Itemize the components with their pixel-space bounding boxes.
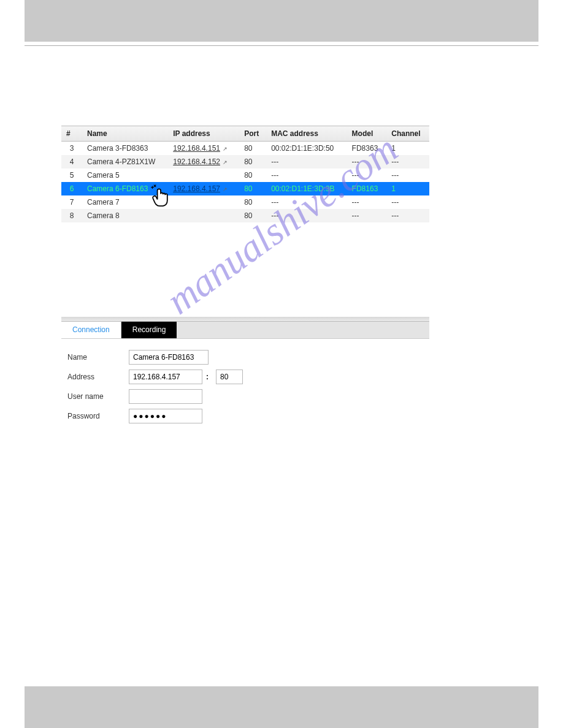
table-header-row: # Name IP address Port MAC address Model… [61, 126, 429, 142]
cell-channel: 1 [386, 142, 429, 156]
cell-channel: --- [386, 209, 429, 222]
table-row[interactable]: 6Camera 6-FD8163192.168.4.157 ↗8000:02:D… [61, 182, 429, 195]
col-channel: Channel [386, 126, 429, 142]
external-link-icon: ↗ [221, 146, 228, 152]
ip-link[interactable]: 192.168.4.152 [173, 157, 220, 166]
external-link-icon: ↗ [221, 186, 228, 192]
col-index: # [61, 126, 82, 142]
cell-ip [168, 169, 239, 182]
cell-ip [168, 195, 239, 209]
table-row[interactable]: 5Camera 580--------- [61, 169, 429, 182]
ip-link[interactable]: 192.168.4.151 [173, 144, 220, 153]
username-field[interactable] [129, 389, 202, 404]
cell-port: 80 [239, 195, 266, 209]
label-address: Address [67, 373, 129, 381]
port-field[interactable] [216, 370, 243, 384]
col-name: Name [82, 126, 168, 142]
tab-recording[interactable]: Recording [121, 322, 177, 338]
cell-name: Camera 7 [82, 195, 168, 209]
table-row[interactable]: 3Camera 3-FD8363192.168.4.151 ↗8000:02:D… [61, 142, 429, 156]
camera-detail-panel: Connection Recording Name Address : User… [61, 317, 429, 428]
cell-port: 80 [239, 169, 266, 182]
label-name: Name [67, 353, 129, 362]
cell-channel: 1 [386, 182, 429, 195]
cell-port: 80 [239, 209, 266, 222]
label-username: User name [67, 392, 129, 401]
cell-mac: --- [266, 195, 347, 209]
cell-model: --- [347, 155, 387, 169]
col-mac: MAC address [266, 126, 347, 142]
cell-model: --- [347, 209, 387, 222]
cell-port: 80 [239, 155, 266, 169]
header-bar [25, 0, 538, 42]
table-row[interactable]: 7Camera 780--------- [61, 195, 429, 209]
cell-port: 80 [239, 182, 266, 195]
cell-index: 7 [61, 195, 82, 209]
cell-name: Camera 8 [82, 209, 168, 222]
name-field[interactable] [129, 350, 209, 365]
col-model: Model [347, 126, 387, 142]
cell-name: Camera 3-FD8363 [82, 142, 168, 156]
external-link-icon: ↗ [221, 159, 228, 165]
cell-name: Camera 5 [82, 169, 168, 182]
label-password: Password [67, 412, 129, 420]
address-field[interactable] [129, 370, 202, 384]
cell-mac: --- [266, 169, 347, 182]
cell-ip [168, 209, 239, 222]
cell-model: FD8163 [347, 182, 387, 195]
cell-ip: 192.168.4.152 ↗ [168, 155, 239, 169]
cell-index: 8 [61, 209, 82, 222]
cell-index: 6 [61, 182, 82, 195]
tab-connection[interactable]: Connection [61, 322, 121, 338]
cell-name: Camera 4-PZ81X1W [82, 155, 168, 169]
cell-index: 3 [61, 142, 82, 156]
tab-bar: Connection Recording [61, 322, 429, 339]
table-row[interactable]: 8Camera 880--------- [61, 209, 429, 222]
ip-link[interactable]: 192.168.4.157 [173, 184, 220, 193]
footer-bar [25, 686, 538, 728]
table-row[interactable]: 4Camera 4-PZ81X1W192.168.4.152 ↗80------… [61, 155, 429, 169]
cell-model: --- [347, 169, 387, 182]
cell-model: --- [347, 195, 387, 209]
cell-channel: --- [386, 169, 429, 182]
cell-port: 80 [239, 142, 266, 156]
col-port: Port [239, 126, 266, 142]
panel-separator [61, 317, 429, 322]
cell-mac: --- [266, 209, 347, 222]
camera-table-container: # Name IP address Port MAC address Model… [61, 126, 429, 222]
camera-table: # Name IP address Port MAC address Model… [61, 126, 429, 222]
cell-mac: 00:02:D1:1E:3D:50 [266, 142, 347, 156]
header-rule [25, 45, 538, 46]
cell-index: 4 [61, 155, 82, 169]
address-port-separator: : [206, 373, 209, 381]
col-ip: IP address [168, 126, 239, 142]
cell-model: FD8363 [347, 142, 387, 156]
cell-ip: 192.168.4.157 ↗ [168, 182, 239, 195]
cell-channel: --- [386, 195, 429, 209]
cell-index: 5 [61, 169, 82, 182]
connection-form: Name Address : User name Password [61, 339, 429, 423]
cell-channel: --- [386, 155, 429, 169]
cell-mac: 00:02:D1:1E:3D:3B [266, 182, 347, 195]
cell-name: Camera 6-FD8163 [82, 182, 168, 195]
cell-ip: 192.168.4.151 ↗ [168, 142, 239, 156]
cell-mac: --- [266, 155, 347, 169]
password-field[interactable] [129, 409, 202, 423]
